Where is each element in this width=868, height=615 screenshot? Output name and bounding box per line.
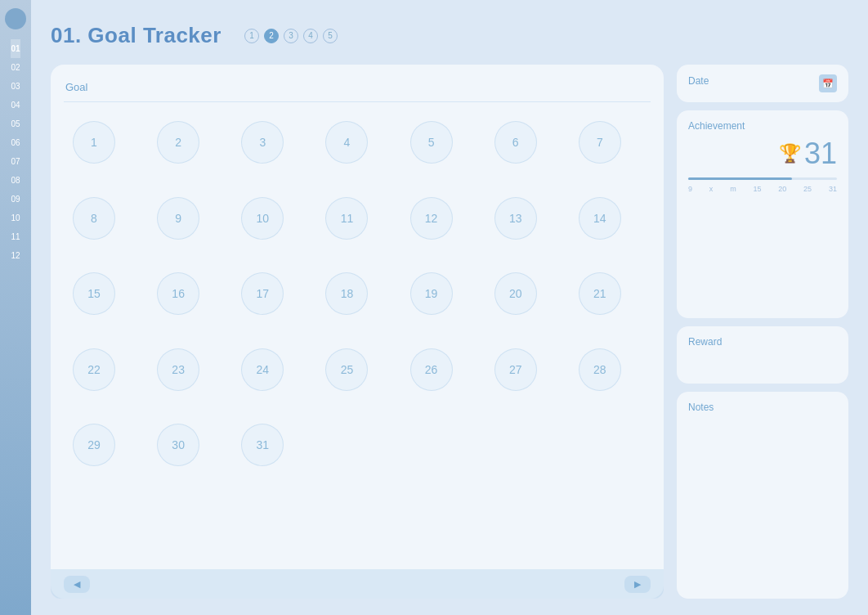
goal-label: Goal [64,78,651,102]
cal-day-16[interactable]: 16 [148,263,208,324]
cal-day-3[interactable]: 3 [232,112,293,173]
cal-day-28[interactable]: 28 [570,339,630,400]
bottom-bar: ◀ ▶ [51,569,664,599]
page-header: 01. Goal Tracker 12345 [51,23,848,48]
cal-empty-38 [316,491,377,551]
cal-day-11[interactable]: 11 [316,188,377,249]
date-label: Date [688,75,709,87]
cal-day-15[interactable]: 15 [64,263,124,324]
notes-label: Notes [688,402,837,413]
content-area: Goal 12345678910111213141516171819202122… [51,65,848,599]
cal-day-6[interactable]: 6 [485,112,546,173]
sidebar-item-02[interactable]: 02 [11,58,20,77]
sidebar-item-07[interactable]: 07 [11,152,20,171]
notes-card: Notes [677,392,848,599]
page-dot-4[interactable]: 4 [303,29,318,43]
avatar [5,8,26,29]
cal-day-9[interactable]: 9 [148,188,208,249]
cal-day-26[interactable]: 26 [401,339,462,400]
reward-card: Reward [677,326,848,384]
cal-empty-41 [570,491,630,551]
bar-label-25: 25 [803,185,812,193]
cal-day-14[interactable]: 14 [570,188,630,249]
sidebar-item-10[interactable]: 10 [11,209,20,227]
prev-button[interactable]: ◀ [64,576,90,593]
cal-day-25[interactable]: 25 [316,339,377,400]
achievement-display: 🏆 31 [688,137,837,171]
cal-day-17[interactable]: 17 [232,263,293,324]
cal-empty-40 [485,491,546,551]
bar-label-15: 15 [753,185,761,193]
pagination: 12345 [244,29,338,43]
cal-day-18[interactable]: 18 [316,263,377,324]
achievement-bar-labels: 9xm15202531 [688,185,837,193]
date-icon[interactable]: 📅 [819,74,837,92]
cal-day-19[interactable]: 19 [401,263,462,324]
right-panel: Date 📅 Achievement 🏆 31 9xm15202531 Rewa… [677,65,848,599]
cal-day-5[interactable]: 5 [401,112,462,173]
cal-day-24[interactable]: 24 [232,339,293,400]
page-dot-1[interactable]: 1 [244,29,259,43]
cal-empty-39 [401,491,462,551]
sidebar-item-12[interactable]: 12 [11,246,20,265]
sidebar-item-06[interactable]: 06 [11,133,20,152]
date-card: Date 📅 [677,65,848,102]
bar-label-9: 9 [688,185,692,193]
sidebar-item-05[interactable]: 05 [11,114,20,133]
bar-label-m: m [730,185,736,193]
cal-empty-32 [401,415,462,475]
cal-day-13[interactable]: 13 [485,188,546,249]
page-title: 01. Goal Tracker [51,23,221,48]
cal-day-12[interactable]: 12 [401,188,462,249]
achievement-card: Achievement 🏆 31 9xm15202531 [677,110,848,318]
achievement-value: 31 [804,137,837,171]
achievement-icon: 🏆 [779,143,801,164]
cal-day-23[interactable]: 23 [148,339,208,400]
sidebar-item-11[interactable]: 11 [11,227,20,246]
achievement-bar-track [688,177,837,180]
cal-day-30[interactable]: 30 [148,415,208,475]
page-dot-3[interactable]: 3 [284,29,298,43]
cal-day-31[interactable]: 31 [232,415,293,475]
bar-label-20: 20 [778,185,786,193]
cal-day-29[interactable]: 29 [64,415,124,475]
cal-day-27[interactable]: 27 [485,339,546,400]
next-button[interactable]: ▶ [624,576,651,593]
sidebar-item-08[interactable]: 08 [11,171,20,190]
cal-empty-35 [64,491,124,551]
cal-day-2[interactable]: 2 [148,112,208,173]
achievement-label: Achievement [688,120,837,132]
sidebar-item-03[interactable]: 03 [11,77,20,96]
cal-day-20[interactable]: 20 [485,263,546,324]
calendar-grid: 1234567891011121314151617181920212223242… [64,112,651,563]
main-content: 01. Goal Tracker 12345 Goal 123456789101… [31,0,868,615]
sidebar: 010203040506070809101112 [0,0,31,615]
reward-label: Reward [688,336,837,348]
cal-empty-33 [485,415,546,475]
cal-empty-31 [316,415,377,475]
cal-day-8[interactable]: 8 [64,188,124,249]
cal-empty-37 [232,491,293,551]
cal-empty-36 [148,491,208,551]
page-dot-2[interactable]: 2 [264,29,279,43]
achievement-bar-fill [688,177,792,180]
sidebar-item-04[interactable]: 04 [11,96,20,114]
sidebar-item-09[interactable]: 09 [11,190,20,209]
cal-empty-34 [570,415,630,475]
cal-day-22[interactable]: 22 [64,339,124,400]
cal-day-1[interactable]: 1 [64,112,124,173]
sidebar-item-01[interactable]: 01 [11,39,20,58]
left-panel: Goal 12345678910111213141516171819202122… [51,65,664,599]
bar-label-x: x [709,185,714,193]
cal-day-4[interactable]: 4 [316,112,377,173]
bar-label-31: 31 [829,185,837,193]
page-dot-5[interactable]: 5 [323,29,338,43]
cal-day-21[interactable]: 21 [570,263,630,324]
cal-day-10[interactable]: 10 [232,188,293,249]
cal-day-7[interactable]: 7 [570,112,630,173]
